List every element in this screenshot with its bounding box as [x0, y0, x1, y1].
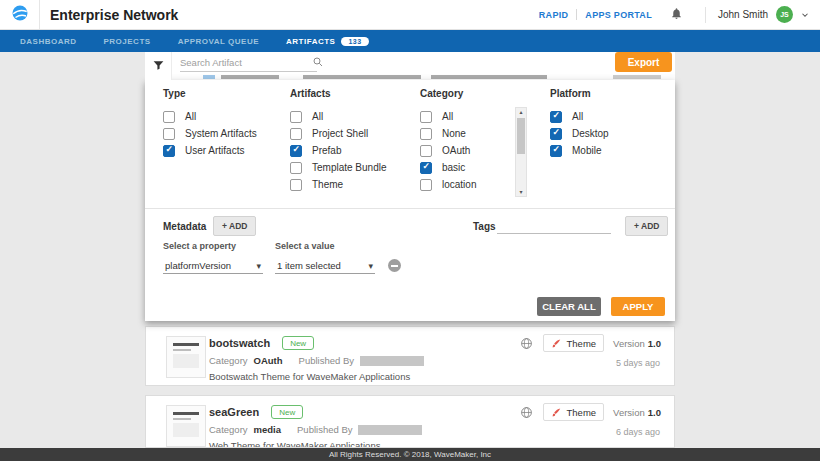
scroll-up-icon[interactable] — [516, 108, 526, 116]
nav-item-artifacts[interactable]: ARTIFACTS 133 — [286, 37, 369, 46]
export-button[interactable]: Export — [615, 52, 672, 72]
filter-option[interactable]: Desktop — [550, 125, 609, 142]
property-dropdown-value: platformVersion — [165, 260, 231, 271]
value-dropdown-value: 1 item selected — [277, 260, 341, 271]
artifact-name[interactable]: bootswatch — [209, 337, 270, 349]
theme-chip-label: Theme — [567, 338, 597, 349]
rapid-link[interactable]: RAPID — [539, 10, 569, 20]
checkbox[interactable] — [420, 111, 432, 123]
notifications-button[interactable] — [670, 6, 683, 24]
copyright-text: All Rights Reserved. © 2018, WaveMaker, … — [329, 450, 491, 459]
checkbox[interactable] — [420, 162, 432, 174]
select-property-label: Select a property — [163, 241, 236, 251]
artifact-thumbnail — [166, 405, 206, 447]
chevron-down-icon — [800, 10, 810, 20]
filter-option[interactable]: location — [420, 176, 476, 193]
chevron-down-icon — [256, 260, 261, 271]
filter-option-label: Project Shell — [312, 128, 368, 139]
checkbox[interactable] — [163, 128, 175, 140]
obscured-row-fragment — [303, 75, 421, 79]
version-value: 1.0 — [648, 407, 661, 418]
filter-option-label: All — [185, 111, 196, 122]
filter-toggle-button[interactable] — [145, 50, 172, 80]
filter-option-label: Prefab — [312, 145, 341, 156]
nav-item-approval-queue[interactable]: APPROVAL QUEUE — [178, 37, 259, 46]
filter-option[interactable]: Theme — [290, 176, 387, 193]
checkbox[interactable] — [290, 111, 302, 123]
checkbox[interactable] — [290, 145, 302, 157]
filter-icon — [152, 59, 165, 72]
bell-icon — [670, 6, 683, 24]
scroll-down-icon[interactable] — [516, 188, 526, 196]
app-logo[interactable] — [0, 0, 40, 29]
add-tag-button[interactable]: + ADD — [625, 216, 668, 236]
property-dropdown[interactable]: platformVersion — [163, 257, 263, 274]
filter-option[interactable]: Mobile — [550, 142, 609, 159]
user-menu-button[interactable] — [800, 10, 810, 20]
tags-input[interactable] — [497, 217, 611, 234]
filter-option[interactable]: basic — [420, 159, 476, 176]
checkbox[interactable] — [550, 145, 562, 157]
nav-item-dashboard[interactable]: DASHBOARD — [20, 37, 77, 46]
obscured-row-fragment — [431, 75, 547, 79]
checkbox[interactable] — [420, 128, 432, 140]
filter-group-title: Type — [163, 88, 257, 99]
filter-option-label: Template Bundle — [312, 162, 387, 173]
category-scrollbar[interactable] — [515, 107, 527, 197]
wavemaker-logo-icon — [11, 4, 29, 26]
filter-option[interactable]: All — [290, 108, 387, 125]
add-metadata-button[interactable]: + ADD — [213, 216, 256, 236]
apply-button[interactable]: APPLY — [611, 297, 665, 316]
filter-option[interactable]: System Artifacts — [163, 125, 257, 142]
obscured-row-fragment — [613, 75, 661, 79]
version-label: Version — [613, 338, 645, 349]
filter-option[interactable]: Template Bundle — [290, 159, 387, 176]
checkbox[interactable] — [290, 179, 302, 191]
filter-option[interactable]: All — [550, 108, 609, 125]
remove-metadata-icon[interactable] — [388, 259, 401, 272]
filter-option[interactable]: Project Shell — [290, 125, 387, 142]
header-right: RAPID APPS PORTAL John Smith JS — [539, 6, 820, 24]
artifact-name[interactable]: seaGreen — [209, 406, 259, 418]
filter-option[interactable]: User Artifacts — [163, 142, 257, 159]
avatar[interactable]: JS — [776, 6, 793, 23]
artifact-age: 6 days ago — [616, 427, 660, 437]
filter-option-label: User Artifacts — [185, 145, 244, 156]
globe-icon[interactable] — [520, 337, 533, 350]
version-label: Version — [613, 407, 645, 418]
filter-option[interactable]: None — [420, 125, 476, 142]
artifact-description: Bootswatch Theme for WaveMaker Applicati… — [209, 371, 410, 382]
obscured-row-fragment — [221, 75, 279, 79]
divider — [145, 208, 675, 209]
version-info: Version1.0 — [613, 407, 661, 418]
filter-option[interactable]: OAuth — [420, 142, 476, 159]
checkbox[interactable] — [550, 128, 562, 140]
clear-all-button[interactable]: CLEAR ALL — [537, 297, 601, 316]
checkbox[interactable] — [420, 145, 432, 157]
filter-option-label: location — [442, 179, 476, 190]
publisher-redacted-bar — [358, 425, 422, 435]
filter-option[interactable]: All — [420, 108, 476, 125]
filter-option[interactable]: All — [163, 108, 257, 125]
checkbox[interactable] — [163, 111, 175, 123]
value-dropdown[interactable]: 1 item selected — [275, 257, 375, 274]
theme-type-chip: Theme — [543, 334, 605, 352]
filter-option-label: None — [442, 128, 466, 139]
artifact-actions: Theme Version1.0 — [520, 334, 661, 352]
globe-icon[interactable] — [520, 406, 533, 419]
checkbox[interactable] — [290, 162, 302, 174]
search-input[interactable] — [180, 57, 312, 68]
theme-type-chip: Theme — [543, 403, 605, 421]
checkbox[interactable] — [163, 145, 175, 157]
checkbox[interactable] — [290, 128, 302, 140]
checkbox[interactable] — [550, 111, 562, 123]
scrollbar-thumb[interactable] — [517, 118, 525, 154]
artifacts-count-badge: 133 — [341, 37, 368, 46]
artifact-card[interactable]: bootswatch New Category OAuth Published … — [145, 326, 675, 386]
filter-option[interactable]: Prefab — [290, 142, 387, 159]
checkbox[interactable] — [420, 179, 432, 191]
apps-portal-link[interactable]: APPS PORTAL — [585, 10, 652, 20]
nav-item-projects[interactable]: PROJECTS — [104, 37, 151, 46]
artifact-card[interactable]: seaGreen New Category media Published By… — [145, 395, 675, 448]
category-label: Category — [209, 424, 248, 435]
